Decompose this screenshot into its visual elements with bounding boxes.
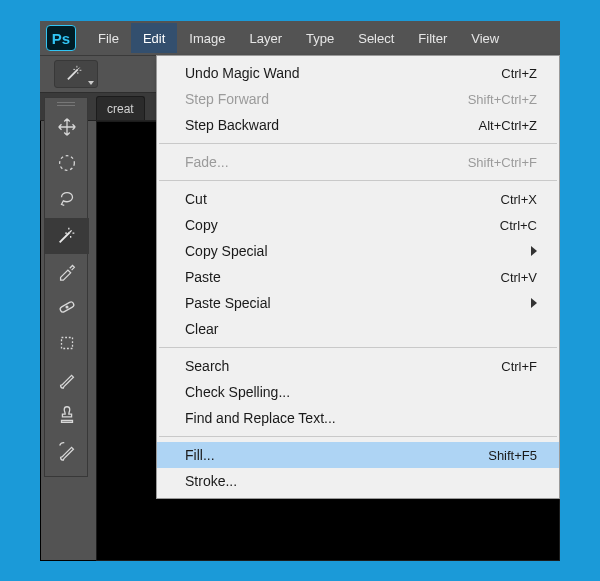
menu-item-label: Fill... — [185, 447, 215, 463]
stamp-icon — [56, 404, 78, 429]
menu-item-shortcut: Ctrl+C — [500, 218, 537, 233]
lasso-tool[interactable] — [45, 182, 89, 218]
menu-stroke[interactable]: Stroke... — [157, 468, 559, 494]
chevron-down-icon — [88, 81, 94, 85]
menu-item-label: Step Forward — [185, 91, 269, 107]
history-brush-icon — [56, 440, 78, 465]
menu-item-label: Check Spelling... — [185, 384, 290, 400]
menu-item-label: Step Backward — [185, 117, 279, 133]
menu-separator — [159, 143, 557, 144]
menu-step-forward: Step Forward Shift+Ctrl+Z — [157, 86, 559, 112]
svg-point-2 — [66, 306, 68, 308]
menu-separator — [159, 436, 557, 437]
menu-item-label: Search — [185, 358, 229, 374]
edit-menu-dropdown: Undo Magic Wand Ctrl+Z Step Forward Shif… — [156, 55, 560, 499]
move-icon — [56, 116, 78, 141]
menu-layer[interactable]: Layer — [238, 23, 295, 53]
menu-item-label: Copy — [185, 217, 218, 233]
menu-item-shortcut: Ctrl+Z — [501, 66, 537, 81]
menu-step-backward[interactable]: Step Backward Alt+Ctrl+Z — [157, 112, 559, 138]
menu-item-label: Undo Magic Wand — [185, 65, 300, 81]
menu-cut[interactable]: Cut Ctrl+X — [157, 186, 559, 212]
app-logo: Ps — [46, 25, 76, 51]
menu-image[interactable]: Image — [177, 23, 237, 53]
healing-brush-tool[interactable] — [45, 290, 89, 326]
crop-icon — [56, 332, 78, 357]
menu-item-label: Find and Replace Text... — [185, 410, 336, 426]
menu-view[interactable]: View — [459, 23, 511, 53]
svg-point-0 — [60, 155, 75, 170]
menu-item-label: Stroke... — [185, 473, 237, 489]
brush-icon — [56, 368, 78, 393]
menu-item-label: Clear — [185, 321, 218, 337]
menu-item-shortcut: Shift+Ctrl+Z — [468, 92, 537, 107]
menu-fill[interactable]: Fill... Shift+F5 — [157, 442, 559, 468]
menu-item-shortcut: Alt+Ctrl+Z — [478, 118, 537, 133]
menu-item-label: Copy Special — [185, 243, 268, 259]
app-window: Ps File Edit Image Layer Type Select Fil… — [40, 21, 560, 561]
menu-item-shortcut: Ctrl+V — [501, 270, 537, 285]
crop-tool[interactable] — [45, 326, 89, 362]
menu-search[interactable]: Search Ctrl+F — [157, 353, 559, 379]
menu-item-label: Fade... — [185, 154, 229, 170]
menu-item-shortcut: Shift+F5 — [488, 448, 537, 463]
menu-paste[interactable]: Paste Ctrl+V — [157, 264, 559, 290]
history-brush-tool[interactable] — [45, 434, 89, 470]
menu-find-replace-text[interactable]: Find and Replace Text... — [157, 405, 559, 431]
active-tool-preset[interactable] — [54, 60, 98, 88]
magic-wand-icon — [65, 64, 87, 85]
menu-clear[interactable]: Clear — [157, 316, 559, 342]
menu-file[interactable]: File — [86, 23, 131, 53]
submenu-arrow-icon — [531, 246, 537, 256]
eyedropper-icon — [56, 260, 78, 285]
lasso-icon — [56, 188, 78, 213]
menu-filter[interactable]: Filter — [406, 23, 459, 53]
menu-select[interactable]: Select — [346, 23, 406, 53]
menu-edit[interactable]: Edit — [131, 23, 177, 53]
magic-wand-tool[interactable] — [45, 218, 89, 254]
menu-paste-special[interactable]: Paste Special — [157, 290, 559, 316]
document-tab[interactable]: creat — [96, 96, 145, 120]
magic-wand-icon — [56, 224, 78, 249]
eyedropper-tool[interactable] — [45, 254, 89, 290]
menu-item-label: Cut — [185, 191, 207, 207]
menu-copy-special[interactable]: Copy Special — [157, 238, 559, 264]
menu-separator — [159, 347, 557, 348]
menu-item-shortcut: Ctrl+F — [501, 359, 537, 374]
menu-separator — [159, 180, 557, 181]
menu-item-shortcut: Shift+Ctrl+F — [468, 155, 537, 170]
panel-grip[interactable] — [45, 98, 87, 110]
menu-item-shortcut: Ctrl+X — [501, 192, 537, 207]
menu-copy[interactable]: Copy Ctrl+C — [157, 212, 559, 238]
menu-fade: Fade... Shift+Ctrl+F — [157, 149, 559, 175]
menubar: Ps File Edit Image Layer Type Select Fil… — [40, 21, 560, 55]
submenu-arrow-icon — [531, 298, 537, 308]
move-tool[interactable] — [45, 110, 89, 146]
svg-rect-3 — [62, 337, 73, 348]
stamp-tool[interactable] — [45, 398, 89, 434]
menu-item-label: Paste Special — [185, 295, 271, 311]
marquee-icon — [56, 152, 78, 177]
bandage-icon — [56, 296, 78, 321]
menu-check-spelling[interactable]: Check Spelling... — [157, 379, 559, 405]
menu-undo[interactable]: Undo Magic Wand Ctrl+Z — [157, 60, 559, 86]
brush-tool[interactable] — [45, 362, 89, 398]
menu-type[interactable]: Type — [294, 23, 346, 53]
marquee-tool[interactable] — [45, 146, 89, 182]
tools-panel — [44, 97, 88, 477]
menu-item-label: Paste — [185, 269, 221, 285]
